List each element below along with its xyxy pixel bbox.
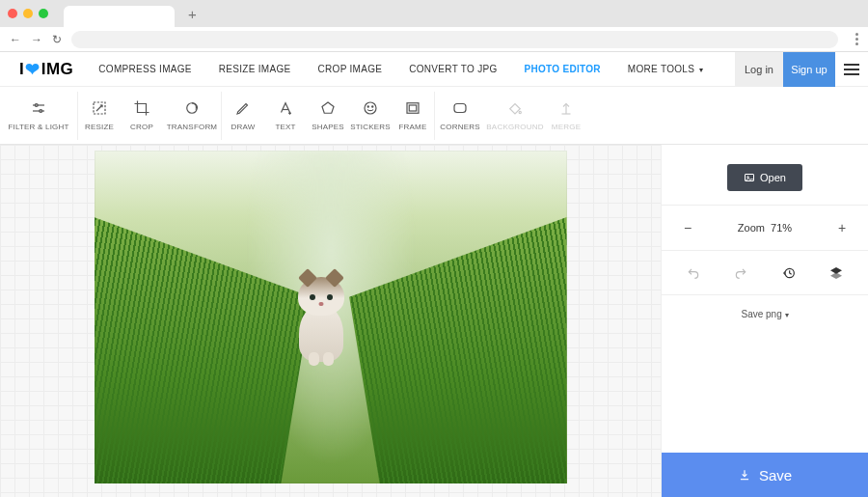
svg-point-10 [365, 102, 376, 114]
svg-marker-23 [830, 272, 842, 279]
tool-shapes[interactable]: SHAPES [307, 99, 349, 131]
chevron-down-icon: ▾ [699, 66, 703, 74]
logo[interactable]: I ❤ IMG [0, 59, 87, 80]
open-button[interactable]: Open [727, 164, 802, 191]
canvas-image[interactable] [95, 151, 567, 483]
zoom-readout: Zoom 71% [738, 222, 792, 234]
resize-icon [91, 99, 108, 117]
svg-point-11 [367, 106, 368, 107]
save-button-label: Save [759, 467, 792, 483]
browser-tab[interactable] [64, 6, 175, 27]
hamburger-menu-icon[interactable] [835, 64, 868, 75]
history-row [662, 251, 868, 295]
signup-button[interactable]: Sign up [783, 52, 835, 87]
tool-corners[interactable]: CORNERS [435, 99, 485, 131]
save-button[interactable]: Save [662, 453, 868, 497]
tool-resize-label: RESIZE [85, 123, 114, 131]
redo-icon [733, 265, 748, 281]
history-button[interactable] [779, 263, 799, 283]
tool-transform[interactable]: TRANSFORM [163, 99, 221, 131]
sliders-icon [30, 99, 47, 117]
open-button-label: Open [760, 172, 786, 183]
text-icon [277, 99, 294, 117]
browser-titlebar: + [0, 0, 868, 27]
nav-more-tools[interactable]: MORE TOOLS ▾ [628, 64, 704, 74]
rounded-rect-icon [451, 99, 469, 117]
undo-icon [686, 265, 701, 281]
right-panel: Open − Zoom 71% + Save png [661, 145, 868, 497]
merge-icon [557, 99, 575, 117]
window-minimize-dot[interactable] [23, 9, 33, 18]
nav-more-tools-label: MORE TOOLS [628, 64, 694, 74]
redo-button[interactable] [731, 263, 750, 283]
workspace: Open − Zoom 71% + Save png [0, 145, 868, 497]
transform-icon [183, 99, 201, 117]
tool-merge-label: MERGE [552, 123, 581, 131]
tool-crop-label: CROP [130, 123, 153, 131]
window-maximize-dot[interactable] [39, 9, 48, 18]
tool-text-label: TEXT [275, 123, 295, 131]
forward-icon[interactable]: → [31, 33, 42, 46]
nav-crop[interactable]: CROP IMAGE [318, 64, 383, 74]
svg-marker-9 [322, 102, 334, 113]
zoom-row: − Zoom 71% + [662, 205, 868, 251]
zoom-in-button[interactable]: + [833, 219, 851, 236]
canvas-area[interactable] [0, 145, 661, 497]
svg-rect-15 [454, 104, 466, 113]
tool-crop[interactable]: CROP [121, 99, 163, 131]
reload-icon[interactable]: ↻ [52, 33, 62, 46]
crop-icon [133, 99, 150, 117]
pencil-icon [234, 99, 252, 117]
tool-transform-label: TRANSFORM [167, 123, 217, 131]
tool-corners-label: CORNERS [440, 123, 479, 131]
tool-draw-label: DRAW [231, 123, 256, 131]
tool-background: BACKGROUND [485, 99, 545, 131]
tool-frame-label: FRAME [399, 123, 427, 131]
image-icon [744, 172, 755, 183]
nav-compress[interactable]: COMPRESS IMAGE [98, 64, 191, 74]
url-input[interactable] [71, 31, 838, 48]
svg-point-12 [372, 106, 373, 107]
new-tab-button[interactable]: + [188, 7, 197, 21]
login-button[interactable]: Log in [735, 52, 783, 87]
tool-stickers[interactable]: STICKERS [349, 99, 392, 131]
save-format-label: Save png [741, 309, 781, 319]
editor-toolbar: FILTER & LIGHT RESIZE CROP TRANSFORM [0, 87, 868, 145]
tool-draw[interactable]: DRAW [222, 99, 264, 131]
tool-resize[interactable]: RESIZE [78, 99, 121, 131]
tool-filter-light[interactable]: FILTER & LIGHT [0, 99, 77, 131]
back-icon[interactable]: ← [10, 33, 21, 46]
save-format-select[interactable]: Save png ▾ [662, 309, 868, 319]
paint-bucket-icon [506, 99, 524, 117]
tool-filter-light-label: FILTER & LIGHT [8, 123, 68, 131]
site-header: I ❤ IMG COMPRESS IMAGE RESIZE IMAGE CROP… [0, 52, 868, 87]
history-icon [781, 265, 797, 281]
zoom-out-button[interactable]: − [679, 219, 696, 236]
zoom-value: 71% [771, 222, 792, 234]
svg-rect-14 [409, 105, 417, 111]
zoom-label: Zoom [738, 222, 765, 234]
logo-text-img: IMG [41, 60, 74, 79]
browser-address-bar: ← → ↻ [0, 27, 868, 52]
window-close-dot[interactable] [8, 9, 17, 18]
frame-icon [404, 99, 421, 117]
tool-background-label: BACKGROUND [486, 123, 543, 131]
tool-merge: MERGE [545, 99, 587, 131]
pentagon-icon [319, 99, 337, 117]
kitten-illustration [299, 304, 343, 362]
layers-icon [828, 265, 844, 281]
nav-convert[interactable]: CONVERT TO JPG [409, 64, 497, 74]
layers-button[interactable] [827, 263, 846, 283]
heart-icon: ❤ [25, 59, 41, 80]
tool-stickers-label: STICKERS [350, 123, 391, 131]
undo-button[interactable] [684, 263, 703, 283]
chevron-down-icon: ▾ [785, 311, 789, 319]
nav-photo-editor[interactable]: PHOTO EDITOR [525, 64, 601, 74]
svg-point-16 [519, 111, 521, 113]
logo-text-i: I [19, 60, 24, 79]
nav-resize[interactable]: RESIZE IMAGE [219, 64, 291, 74]
browser-menu-icon[interactable] [855, 33, 858, 45]
download-icon [738, 468, 751, 482]
tool-frame[interactable]: FRAME [392, 99, 434, 131]
tool-text[interactable]: TEXT [264, 99, 307, 131]
